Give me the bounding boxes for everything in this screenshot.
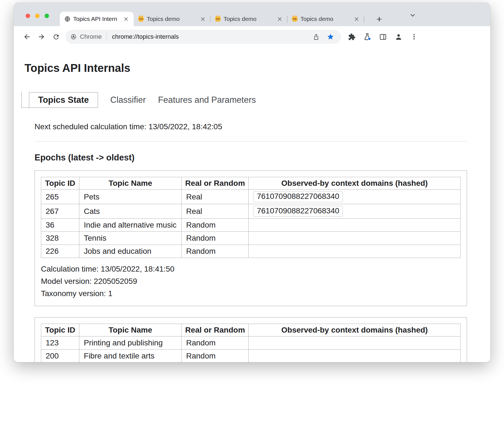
topic-name-cell: Fibre and textile arts [79, 350, 182, 362]
address-bar[interactable]: Chrome chrome://topics-internals [65, 30, 341, 44]
topics-state-panel: Next scheduled calculation time: 13/05/2… [35, 122, 467, 362]
extensions-puzzle-icon[interactable] [344, 30, 359, 44]
browser-tab-topics-demo-2[interactable]: Topics demo [211, 12, 287, 26]
column-header-real-or-random: Real or Random [182, 177, 249, 190]
topic-id-cell: 36 [41, 219, 79, 232]
table-row: 226 Jobs and education Random [41, 245, 461, 258]
cat-icon [138, 16, 144, 22]
table-row: 265 Pets Real 7610709088227068340 [41, 190, 461, 204]
kebab-menu-icon[interactable] [407, 30, 421, 44]
topic-name-cell: Cats [79, 204, 182, 219]
browser-tabs: Topics API Intern Topics demo Topics dem… [60, 12, 385, 26]
real-or-random-cell: Real [182, 190, 249, 204]
table-row: 328 Tennis Random [41, 232, 461, 245]
table-row: 267 Cats Real 7610709088227068340 [41, 204, 461, 219]
topic-name-cell: Printing and publishing [79, 336, 182, 350]
real-or-random-cell: Random [182, 219, 249, 232]
tab-close-icon[interactable] [199, 16, 206, 22]
zoom-window-button[interactable] [45, 14, 49, 18]
side-panel-icon[interactable] [376, 30, 390, 44]
tab-title: Topics demo [147, 16, 197, 22]
browser-tab-topics-demo-1[interactable]: Topics demo [134, 12, 211, 26]
topic-id-cell: 265 [41, 190, 79, 204]
bookmark-star-icon[interactable] [325, 31, 336, 42]
topic-name-cell: Indie and alternative music [79, 219, 182, 232]
forward-button[interactable] [34, 30, 49, 44]
table-row: 200 Fibre and textile arts Random [41, 350, 461, 362]
back-button[interactable] [20, 30, 34, 44]
real-or-random-cell: Random [182, 336, 249, 350]
new-tab-button[interactable]: + [374, 12, 385, 26]
table-row: 36 Indie and alternative music Random [41, 219, 461, 232]
column-header-observed-domains: Observed-by context domains (hashed) [249, 324, 461, 336]
taxonomy-version: Taxonomy version: 1 [41, 287, 461, 300]
tab-topics-state[interactable]: Topics State [29, 92, 98, 108]
topic-id-cell: 200 [41, 350, 79, 362]
browser-toolbar: Chrome chrome://topics-internals [14, 26, 490, 47]
cat-icon [215, 16, 221, 22]
topic-id-cell: 328 [41, 232, 79, 245]
tab-title: Topics API Intern [73, 16, 120, 22]
page-tab-bar: Topics State Classifier Features and Par… [29, 92, 467, 108]
window-controls [26, 14, 49, 18]
topic-name-cell: Jobs and education [79, 245, 182, 258]
next-calculation-time: Next scheduled calculation time: 13/05/2… [35, 122, 467, 131]
epoch-metadata: Calculation time: 13/05/2022, 18:41:50 M… [41, 263, 461, 300]
tab-close-icon[interactable] [353, 16, 360, 22]
browser-tab-topics-internals[interactable]: Topics API Intern [60, 12, 134, 26]
share-button[interactable] [310, 31, 322, 42]
observed-domains-cell: 7610709088227068340 [249, 204, 461, 219]
topic-id-cell: 226 [41, 245, 79, 258]
toolbar-right-icons [343, 30, 421, 44]
tab-close-icon[interactable] [123, 16, 129, 22]
column-header-topic-name: Topic Name [79, 324, 182, 336]
topic-id-cell: 123 [41, 336, 79, 350]
domains-textarea[interactable]: 7610709088227068340 [253, 191, 343, 202]
page-title: Topics API Internals [25, 62, 467, 74]
real-or-random-cell: Random [182, 350, 249, 362]
tab-close-icon[interactable] [276, 16, 283, 22]
epochs-heading: Epochs (latest -> oldest) [35, 153, 467, 163]
column-header-topic-id: Topic ID [41, 177, 79, 190]
topic-id-cell: 267 [41, 204, 79, 219]
tab-classifier[interactable]: Classifier [110, 92, 146, 108]
domains-textarea[interactable]: 7610709088227068340 [253, 206, 343, 217]
observed-domains-cell [249, 245, 461, 258]
topic-name-cell: Tennis [79, 232, 182, 245]
reload-button[interactable] [49, 30, 63, 44]
observed-domains-cell: 7610709088227068340 [249, 190, 461, 204]
observed-domains-cell [249, 350, 461, 362]
column-header-real-or-random: Real or Random [182, 324, 249, 336]
tab-title: Topics demo [300, 16, 350, 22]
observed-domains-cell [249, 336, 461, 350]
page-content: Topics API Internals Topics State Classi… [14, 47, 490, 362]
model-version: Model version: 2205052059 [41, 275, 461, 287]
tab-strip: Topics API Intern Topics demo Topics dem… [14, 3, 490, 26]
topic-name-cell: Pets [79, 190, 182, 204]
profile-avatar-icon[interactable] [391, 30, 406, 44]
flask-experiment-icon[interactable] [360, 30, 375, 44]
table-header-row: Topic ID Topic Name Real or Random Obser… [41, 177, 461, 190]
chevron-down-icon[interactable] [407, 10, 418, 21]
tab-title: Topics demo [224, 16, 273, 22]
address-site-label: Chrome [80, 33, 102, 40]
epoch-table-1: Topic ID Topic Name Real or Random Obser… [41, 177, 461, 258]
minimize-window-button[interactable] [35, 14, 40, 18]
tab-features-and-parameters[interactable]: Features and Parameters [158, 92, 256, 108]
chrome-globe-icon [70, 34, 77, 40]
epoch-box-2: Topic ID Topic Name Real or Random Obser… [35, 317, 467, 362]
browser-tab-topics-demo-3[interactable]: Topics demo [287, 12, 364, 26]
column-header-topic-id: Topic ID [41, 324, 79, 336]
column-header-observed-domains: Observed-by context domains (hashed) [249, 177, 461, 190]
real-or-random-cell: Random [182, 245, 249, 258]
address-url: chrome://topics-internals [112, 33, 179, 40]
epoch-box-1: Topic ID Topic Name Real or Random Obser… [35, 170, 467, 306]
close-window-button[interactable] [26, 14, 30, 18]
divider [35, 141, 467, 142]
epoch-table-2: Topic ID Topic Name Real or Random Obser… [41, 324, 461, 362]
address-divider [107, 33, 107, 40]
table-row: 123 Printing and publishing Random [41, 336, 461, 350]
calculation-time: Calculation time: 13/05/2022, 18:41:50 [41, 263, 461, 275]
table-header-row: Topic ID Topic Name Real or Random Obser… [41, 324, 461, 336]
observed-domains-cell [249, 232, 461, 245]
